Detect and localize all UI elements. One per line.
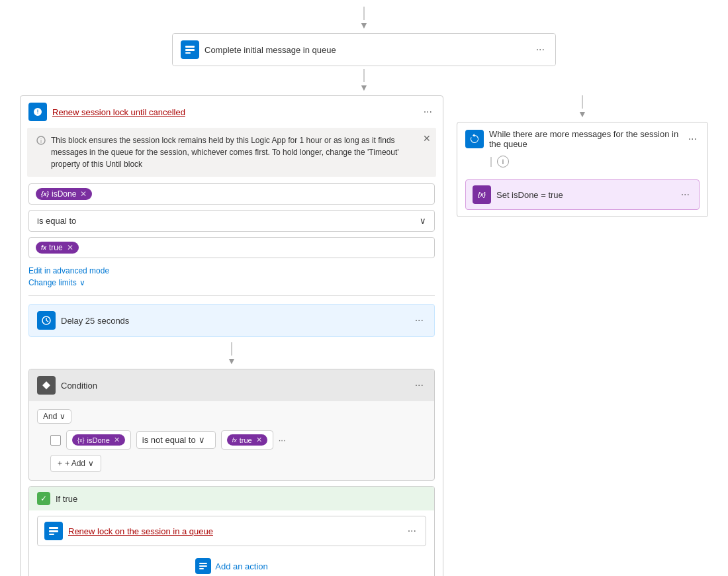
svg-text:i: i	[40, 138, 42, 144]
add-chevron-icon: ∨	[88, 459, 94, 468]
svg-rect-0	[185, 46, 195, 48]
svg-line-7	[46, 320, 48, 322]
delay-block: Delay 25 seconds ···	[28, 304, 435, 337]
condition-title: Condition	[61, 381, 407, 391]
complete-message-title: Complete initial message in queue	[205, 45, 528, 55]
add-condition-btn[interactable]: + + Add ∨	[50, 455, 101, 472]
complete-message-menu[interactable]: ···	[533, 44, 547, 56]
info-text: This block ensures the session lock rema…	[51, 134, 427, 170]
set-var-menu[interactable]: ···	[678, 189, 692, 201]
condition-operator-select[interactable]: is equal to ∨	[28, 210, 435, 232]
while-info-icon[interactable]: i	[497, 156, 509, 168]
renew-lock-action: Renew lock on the session in a queue ···	[37, 516, 426, 546]
info-close-btn[interactable]: ✕	[423, 132, 431, 146]
queue-icon	[181, 40, 199, 59]
split-arrow-icon: ▼	[359, 82, 369, 93]
delay-icon	[37, 311, 56, 330]
condition-menu[interactable]: ···	[412, 379, 426, 391]
and-chevron-icon: ∨	[60, 412, 66, 421]
renew-lock-title: Renew lock on the session in a queue	[68, 526, 400, 536]
if-true-label: If true	[56, 494, 77, 504]
add-action-icon-if-true	[195, 558, 211, 574]
set-var-icon: {x}	[473, 185, 491, 204]
cond-row-menu[interactable]: ···	[279, 435, 286, 445]
cond-true-close[interactable]: ✕	[256, 436, 262, 444]
while-menu[interactable]: ···	[686, 133, 700, 145]
delay-to-condition-arrow: ▼	[227, 356, 236, 366]
isDone-chip-close[interactable]: ✕	[80, 189, 87, 199]
until-title: Renew session lock until cancelled	[52, 107, 416, 117]
complete-message-block: Complete initial message in queue ···	[172, 33, 556, 66]
edit-advanced-link[interactable]: Edit in advanced mode	[28, 266, 435, 275]
svg-rect-13	[199, 565, 207, 567]
not-equal-select[interactable]: is not equal to ∨	[136, 431, 216, 449]
add-action-in-if-true[interactable]: Add an action	[37, 552, 426, 576]
if-true-block: ✓ If true	[28, 486, 435, 576]
chevron-down-icon: ∨	[420, 216, 426, 226]
cond-isDone-box: {x} isDone ✕	[66, 430, 131, 450]
until-icon	[28, 103, 47, 121]
check-icon: ✓	[37, 492, 50, 505]
top-arrow-icon: ▼	[359, 20, 369, 30]
svg-rect-14	[199, 568, 204, 569]
cond-isDone-close[interactable]: ✕	[114, 436, 120, 444]
renew-lock-icon	[44, 522, 63, 540]
delay-menu[interactable]: ···	[412, 314, 426, 326]
while-block: While there are more messages for the se…	[457, 122, 708, 217]
svg-rect-2	[185, 52, 191, 54]
condition-block: Condition ··· And ∨	[28, 369, 435, 481]
condition-checkbox[interactable]	[50, 435, 61, 446]
set-var-block: {x} Set isDone = true ···	[465, 179, 700, 210]
change-limits-link[interactable]: Change limits ∨	[28, 278, 435, 287]
while-icon	[465, 130, 484, 148]
svg-rect-11	[49, 534, 54, 535]
svg-rect-9	[49, 527, 58, 529]
renew-lock-menu[interactable]: ···	[405, 525, 419, 537]
set-var-title: Set isDone = true	[496, 190, 673, 200]
svg-rect-1	[185, 49, 195, 51]
true-chip: fx true ✕	[36, 242, 79, 254]
while-title: While there are more messages for the se…	[489, 129, 680, 149]
cond-true-box: fx true ✕	[221, 430, 273, 450]
true-chip-close[interactable]: ✕	[67, 243, 73, 252]
svg-marker-8	[42, 381, 50, 389]
until-block: Renew session lock until cancelled ··· i…	[20, 95, 443, 576]
isDone-chip: {x} isDone ✕	[36, 188, 92, 200]
cond-true-chip: fx true ✕	[227, 434, 267, 446]
cond-isDone-chip: {x} isDone ✕	[72, 434, 125, 446]
delay-title: Delay 25 seconds	[61, 316, 407, 326]
and-badge[interactable]: And ∨	[37, 409, 71, 424]
not-equal-chevron-icon: ∨	[199, 435, 205, 445]
until-menu[interactable]: ···	[421, 106, 435, 118]
add-icon: +	[58, 459, 62, 468]
add-action-label-if-true: Add an action	[215, 561, 268, 571]
chevron-down-small-icon: ∨	[79, 278, 85, 287]
right-top-arrow: ▼	[578, 109, 587, 119]
info-banner: i This block ensures the session lock re…	[27, 128, 436, 177]
condition-icon	[37, 376, 56, 395]
svg-rect-10	[49, 530, 58, 532]
svg-rect-12	[199, 563, 207, 564]
